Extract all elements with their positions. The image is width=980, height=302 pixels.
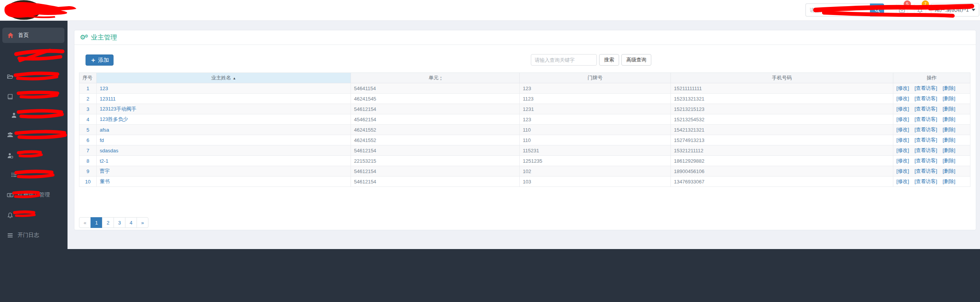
delete-link[interactable]: [删除] xyxy=(942,95,955,102)
pagination: «1234» xyxy=(79,217,148,228)
home-icon xyxy=(7,32,14,39)
cell-no: 6 xyxy=(79,135,97,145)
view-visitors-link[interactable]: [查看访客] xyxy=(914,106,937,112)
view-visitors-link[interactable]: [查看访客] xyxy=(914,126,937,133)
owner-name-link[interactable]: 曹宇 xyxy=(100,168,110,174)
owner-name-link[interactable]: 123111 xyxy=(100,96,115,102)
owner-name-link[interactable]: 董书 xyxy=(100,178,110,184)
advanced-query-button[interactable]: 高级查询 xyxy=(621,54,651,66)
sidebar-item-redacted-2[interactable] xyxy=(0,91,68,102)
users-icon xyxy=(7,132,13,138)
column-header-业主姓名[interactable]: 业主姓名▲ xyxy=(97,73,351,83)
row-number-link[interactable]: 10 xyxy=(85,179,91,185)
row-number-link[interactable]: 4 xyxy=(86,117,89,122)
edit-link[interactable]: [修改] xyxy=(896,147,909,154)
sidebar-item-开门日志[interactable]: 开门日志 xyxy=(0,230,68,241)
pagination-page-2[interactable]: 2 xyxy=(102,217,114,228)
owner-name-link[interactable]: fd xyxy=(100,137,104,143)
search-button[interactable]: 搜索 xyxy=(599,54,619,66)
pagination-prev[interactable]: « xyxy=(79,217,91,228)
view-visitors-link[interactable]: [查看访客] xyxy=(914,147,937,154)
cell-phone-number: 15211111111 xyxy=(671,83,893,94)
edit-link[interactable]: [修改] xyxy=(896,95,909,102)
notifications-button[interactable]: 7 xyxy=(914,3,926,17)
delete-link[interactable]: [删除] xyxy=(942,137,955,144)
pagination-page-1[interactable]: 1 xyxy=(91,217,102,228)
cell-no: 1 xyxy=(79,83,97,94)
view-visitors-link[interactable]: [查看访客] xyxy=(914,168,937,175)
owner-name-link[interactable]: 123胜多负少 xyxy=(100,116,128,122)
row-number-link[interactable]: 2 xyxy=(86,96,89,102)
pagination-page-3[interactable]: 3 xyxy=(114,217,125,228)
sidebar-item-redacted-8[interactable] xyxy=(0,210,68,221)
search-icon xyxy=(874,7,880,13)
top-navbar: 5 7 用户:测试用户1 xyxy=(0,0,980,21)
view-visitors-link[interactable]: [查看访客] xyxy=(914,85,937,92)
edit-link[interactable]: [修改] xyxy=(896,137,909,144)
edit-link[interactable]: [修改] xyxy=(896,178,909,185)
user-dropdown[interactable]: 用户:测试用户1 xyxy=(931,3,979,17)
column-header-单元[interactable]: 单元▴▾ xyxy=(351,73,520,83)
cell-unit: 54612154 xyxy=(351,104,520,114)
messages-button[interactable]: 5 xyxy=(896,3,908,17)
add-button[interactable]: ＋ 添加 xyxy=(86,54,114,66)
owner-name-link[interactable]: afsa xyxy=(100,127,109,133)
row-number-link[interactable]: 9 xyxy=(86,168,89,174)
sidebar-item-redacted-1[interactable] xyxy=(0,71,68,82)
edit-link[interactable]: [修改] xyxy=(896,157,909,164)
edit-link[interactable]: [修改] xyxy=(896,126,909,133)
view-visitors-link[interactable]: [查看访客] xyxy=(914,157,937,164)
cell-actions: [修改][查看访客][删除] xyxy=(893,135,970,145)
column-header-label: 业主姓名 xyxy=(211,75,231,81)
column-header-手机号码: 手机号码 xyxy=(671,73,893,83)
cell-unit: 54612154 xyxy=(351,177,520,187)
delete-link[interactable]: [删除] xyxy=(942,178,955,185)
owner-table: 序号业主姓名▲单元▴▾门牌号手机号码操作 1123546411541231521… xyxy=(79,73,970,187)
sidebar-item-首页[interactable]: 首页 xyxy=(2,28,64,43)
row-number-link[interactable]: 1 xyxy=(86,86,89,91)
delete-link[interactable]: [删除] xyxy=(942,168,955,175)
page-title: 业主管理 xyxy=(91,33,117,42)
cell-owner-name: 123胜多负少 xyxy=(97,114,351,125)
view-visitors-link[interactable]: [查看访客] xyxy=(914,178,937,185)
delete-link[interactable]: [删除] xyxy=(942,147,955,154)
sidebar: 首页付费用户管理开门日志 xyxy=(0,21,68,302)
owner-name-link[interactable]: 123 xyxy=(100,86,108,91)
owner-management-panel: ⚙⚙ 业主管理 ＋ 添加 搜索 高级查询 序号业主姓名▲单元▴▾门牌号手机号码操… xyxy=(74,30,976,230)
navbar-search-input[interactable] xyxy=(805,3,870,17)
delete-link[interactable]: [删除] xyxy=(942,106,955,112)
delete-link[interactable]: [删除] xyxy=(942,157,955,164)
edit-link[interactable]: [修改] xyxy=(896,116,909,123)
navbar-search-button[interactable] xyxy=(870,3,884,17)
table-row: 6fd4624155211015274913213[修改][查看访客][删除] xyxy=(79,135,970,145)
row-number-link[interactable]: 3 xyxy=(86,106,89,112)
table-row: 7sdasdas5461215411523115321211112[修改][查看… xyxy=(79,145,970,156)
sidebar-item-redacted-3[interactable] xyxy=(0,110,68,120)
delete-link[interactable]: [删除] xyxy=(942,116,955,123)
cell-door-number: 110 xyxy=(520,125,671,135)
pagination-page-4[interactable]: 4 xyxy=(125,217,137,228)
table-row: 9曹宇5461215410218900456106[修改][查看访客][删除] xyxy=(79,166,970,177)
row-number-link[interactable]: 8 xyxy=(86,158,89,164)
edit-link[interactable]: [修改] xyxy=(896,85,909,92)
row-number-link[interactable]: 6 xyxy=(86,137,89,143)
row-number-link[interactable]: 7 xyxy=(86,148,89,153)
sidebar-item-redacted-4[interactable] xyxy=(0,129,68,140)
row-number-link[interactable]: 5 xyxy=(86,127,89,133)
sidebar-item-redacted-6[interactable] xyxy=(0,169,68,180)
view-visitors-link[interactable]: [查看访客] xyxy=(914,137,937,144)
cell-unit: 46241545 xyxy=(351,94,520,104)
view-visitors-link[interactable]: [查看访客] xyxy=(914,95,937,102)
owner-name-link[interactable]: t2-1 xyxy=(100,158,108,164)
pagination-next[interactable]: » xyxy=(137,217,148,228)
delete-link[interactable]: [删除] xyxy=(942,85,955,92)
sidebar-item-付费用户管理[interactable]: 付费用户管理 xyxy=(0,190,68,200)
query-keyword-input[interactable] xyxy=(531,54,597,66)
owner-name-link[interactable]: sdasdas xyxy=(100,148,118,153)
edit-link[interactable]: [修改] xyxy=(896,106,909,112)
sidebar-item-redacted-5[interactable] xyxy=(0,150,68,161)
owner-name-link[interactable]: 123123手动阀手 xyxy=(100,106,136,112)
view-visitors-link[interactable]: [查看访客] xyxy=(914,116,937,123)
delete-link[interactable]: [删除] xyxy=(942,126,955,133)
edit-link[interactable]: [修改] xyxy=(896,168,909,175)
